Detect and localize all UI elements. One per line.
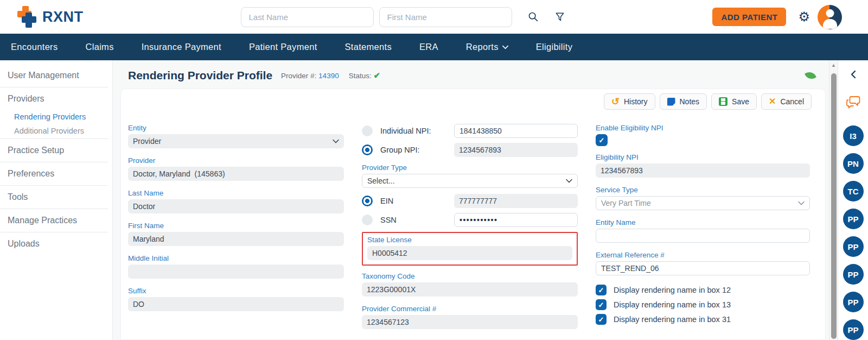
add-patient-button[interactable]: ADD PATIENT (712, 8, 786, 26)
right-rail: I3 PN TC PP PP PP PP PP (838, 60, 868, 340)
eligibility-npi-field[interactable] (596, 163, 810, 178)
ssn-radio[interactable] (362, 215, 373, 225)
sidebar-item-additional-providers[interactable]: Additional Providers (0, 124, 112, 138)
enable-eligibility-npi-label: Enable Eligibility NPI (596, 124, 810, 132)
display-box-31-row: ✓ Display rendering name in box 31 (596, 314, 810, 325)
practice-badge[interactable]: PP (843, 264, 864, 285)
nav-eligibility[interactable]: Eligibility (536, 42, 573, 52)
suffix-field[interactable] (128, 297, 344, 311)
patient-search-group (241, 7, 512, 27)
first-name-field[interactable] (128, 232, 344, 246)
nav-patient-payment[interactable]: Patient Payment (249, 42, 317, 52)
taxonomy-code-field[interactable] (362, 282, 578, 297)
sidebar-item-rendering-providers[interactable]: Rendering Providers (0, 110, 112, 124)
vertical-scrollbar[interactable]: ▲ (829, 60, 838, 340)
chat-icon[interactable] (846, 95, 861, 111)
practice-badge[interactable]: PP (843, 319, 864, 340)
sidebar-item-practice-setup[interactable]: Practice Setup (0, 140, 112, 161)
status-badge: Status: ✔ (349, 71, 380, 80)
practice-badge[interactable]: I3 (843, 125, 864, 146)
gear-icon[interactable]: ⚙ (798, 10, 810, 23)
user-avatar[interactable] (818, 5, 842, 29)
ein-row: EIN (362, 194, 578, 208)
group-npi-field[interactable] (454, 143, 578, 157)
first-name-search-input[interactable] (379, 7, 512, 27)
top-header: RXNT ADD PATIENT ⚙ (0, 0, 868, 34)
practice-badge[interactable]: PP (843, 236, 864, 257)
display-box-13-checkbox[interactable]: ✓ (596, 299, 607, 310)
entity-select[interactable]: Provider (128, 134, 344, 148)
scroll-up-arrow-icon[interactable]: ▲ (829, 62, 838, 68)
sidebar-item-user-management[interactable]: User Management (0, 65, 112, 86)
nav-era[interactable]: ERA (419, 42, 438, 52)
sidebar-item-providers[interactable]: Providers (0, 88, 112, 110)
sidebar-item-tools[interactable]: Tools (0, 186, 112, 208)
service-type-select-value: Very Part Time (601, 199, 651, 207)
practice-badge[interactable]: PN (843, 153, 864, 174)
entity-name-field[interactable] (596, 229, 810, 243)
ein-label: EIN (380, 197, 454, 205)
practice-badge[interactable]: PP (843, 209, 864, 229)
provider-number-value[interactable]: 14390 (318, 72, 339, 80)
provider-number: Provider #: 14390 (281, 72, 339, 80)
scrollbar-thumb[interactable] (831, 73, 837, 339)
nav-claims[interactable]: Claims (85, 42, 113, 52)
service-type-label: Service Type (596, 186, 810, 194)
notes-button[interactable]: Notes (660, 93, 707, 110)
external-reference-field[interactable] (596, 261, 810, 275)
service-type-select[interactable]: Very Part Time (596, 196, 810, 210)
filter-icon[interactable] (554, 11, 565, 23)
middle-initial-field[interactable] (128, 265, 344, 279)
group-npi-label: Group NPI: (380, 146, 454, 154)
sidebar-item-uploads[interactable]: Uploads (0, 233, 112, 255)
history-button-label: History (624, 97, 648, 106)
cancel-button[interactable]: ✕ Cancel (761, 93, 812, 110)
individual-npi-radio[interactable] (362, 125, 373, 136)
last-name-search-input[interactable] (241, 7, 374, 27)
individual-npi-field[interactable] (454, 124, 578, 138)
chevron-down-icon (502, 45, 508, 49)
display-box-12-checkbox[interactable]: ✓ (596, 285, 607, 295)
cancel-button-label: Cancel (780, 97, 804, 106)
practice-badge[interactable]: PP (843, 292, 864, 312)
provider-field[interactable] (128, 167, 344, 181)
ein-radio[interactable] (362, 196, 373, 206)
collapse-panel-chevron-left-icon[interactable] (850, 70, 857, 81)
search-icon[interactable] (527, 11, 539, 23)
suffix-label: Suffix (128, 287, 344, 295)
form-column-left: Entity Provider Provider Last Name (128, 124, 344, 337)
history-button[interactable]: ↺ History (604, 93, 655, 110)
enable-eligibility-npi-checkbox[interactable]: ✓ (596, 134, 608, 146)
display-box-31-label: Display rendering name in box 31 (614, 315, 731, 324)
display-box-31-checkbox[interactable]: ✓ (596, 314, 607, 325)
page-title: Rendering Provider Profile (128, 69, 272, 82)
sidebar-divider (0, 87, 108, 87)
entity-name-label: Entity Name (596, 218, 810, 226)
individual-npi-row: Individual NPI: (362, 124, 578, 138)
status-label: Status: (349, 72, 372, 80)
provider-type-select[interactable]: Select... (362, 174, 578, 188)
provider-commercial-field[interactable] (362, 315, 578, 329)
nav-insurance-payment[interactable]: Insurance Payment (142, 42, 221, 52)
chevron-down-icon (333, 139, 339, 143)
group-npi-row: Group NPI: (362, 143, 578, 157)
sidebar-item-preferences[interactable]: Preferences (0, 163, 112, 185)
group-npi-radio[interactable] (362, 144, 373, 155)
rxnt-logo[interactable]: RXNT (16, 5, 84, 29)
state-license-field[interactable] (367, 246, 572, 260)
nav-reports[interactable]: Reports (466, 42, 508, 52)
ssn-field[interactable] (454, 213, 578, 227)
provider-profile-card: ↺ History Notes Save ✕ Cancel (120, 89, 826, 340)
card-toolbar: ↺ History Notes Save ✕ Cancel (128, 93, 812, 110)
practice-badges: I3 PN TC PP PP PP PP PP (843, 125, 864, 340)
ein-field[interactable] (454, 194, 578, 208)
sidebar-item-manage-practices[interactable]: Manage Practices (0, 210, 112, 231)
provider-number-label: Provider #: (281, 72, 316, 80)
provider-type-label: Provider Type (362, 163, 578, 172)
nav-statements[interactable]: Statements (345, 42, 392, 52)
save-button[interactable]: Save (711, 93, 757, 110)
nav-encounters[interactable]: Encounters (11, 42, 58, 52)
practice-badge[interactable]: TC (843, 181, 864, 202)
display-box-13-label: Display rendering name in box 13 (614, 300, 731, 309)
last-name-field[interactable] (128, 199, 344, 213)
